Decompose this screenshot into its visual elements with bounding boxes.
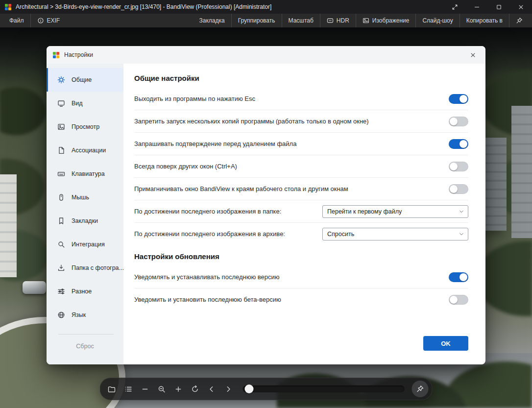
setting-label: Запрашивать подтверждение перед удаление… [134,140,296,147]
close-icon [518,4,524,10]
select-value: Спросить [327,231,354,238]
minimize-button[interactable] [466,0,488,14]
single-instance-toggle[interactable] [449,117,468,126]
toolbar-pin-button[interactable] [412,381,429,397]
setting-row-confirm-delete: Запрашивать подтверждение перед удаление… [134,133,468,155]
setting-label: По достижении последнего изображения в п… [134,208,281,215]
snap-window-toggle[interactable] [449,184,468,194]
sidebar-item-label: Просмотр [72,123,99,130]
setting-label: По достижении последнего изображения в а… [134,230,285,238]
zoom-in-button[interactable] [170,381,186,397]
zoom-out-lens-icon [157,385,166,393]
setting-label: Выходить из программы по нажатию Esc [134,95,255,102]
picture-icon [57,123,65,131]
section-heading: Настройки обновления [134,245,468,266]
list-icon [124,385,132,393]
always-on-top-toggle[interactable] [449,162,468,171]
setting-row-always-on-top: Всегда поверх других окон (Ctrl+A) [134,155,468,178]
position-slider[interactable] [243,385,405,392]
toggle-knob [459,95,467,103]
toggle-knob [450,296,458,304]
update-latest-toggle[interactable] [449,272,468,282]
update-beta-toggle[interactable] [449,295,468,305]
settings-dialog-header: Настройки [47,46,485,64]
download-icon [57,264,65,272]
menu-item-file[interactable]: Файл [3,14,30,27]
menu-item-label: Копировать в [466,17,503,24]
sidebar-item-photo-folder[interactable]: Папка с фотогра... [47,256,123,280]
sidebar-item-general[interactable]: Общие [47,68,123,92]
exit-esc-toggle[interactable] [449,94,468,104]
sidebar-item-label: Ассоциации [72,147,106,154]
menu-item-label: Группировать [238,17,275,24]
sidebar-item-language[interactable]: Язык [47,303,123,327]
pin-icon [516,17,523,24]
window-title: Architectural > 3d-Birds-eye-view-render… [16,3,271,10]
menu-item-label: EXIF [47,17,60,24]
menu-item-group[interactable]: Группировать [231,14,282,27]
menu-item-bookmark[interactable]: Закладка [193,14,231,27]
sidebar-item-integration[interactable]: Интеграция [47,233,123,256]
setting-row-last-image-archive: По достижении последнего изображения в а… [134,223,468,245]
zoom-lens-button[interactable] [154,381,169,397]
photo-building-left [0,174,17,277]
prev-image-button[interactable] [204,381,219,397]
sidebar-item-bookmarks[interactable]: Закладки [47,209,123,233]
menu-item-slideshow[interactable]: Слайд-шоу [415,14,459,27]
select-value: Перейти к первому файлу [327,208,402,215]
menu-item-hdr[interactable]: HDR [320,14,356,27]
chevron-down-icon [459,231,464,237]
menu-item-label: Закладка [199,17,225,24]
sidebar-item-label: Общие [72,76,92,83]
sidebar-item-label: Клавиатура [72,170,105,177]
menu-item-image[interactable]: Изображение [356,14,416,27]
last-image-folder-select[interactable]: Перейти к первому файлу [322,205,468,218]
settings-rows: Уведомлять и устанавливать последнюю вер… [134,266,468,311]
setting-label: Запретить запуск нескольких копий програ… [134,118,369,125]
menu-item-pin[interactable] [509,14,529,27]
ok-row: OK [134,336,468,364]
next-image-button[interactable] [220,381,236,397]
ok-button[interactable]: OK [423,336,468,351]
setting-label: Уведомлять и устанавливать последнюю вер… [134,273,280,281]
menu-item-exif[interactable]: EXIF [30,14,67,27]
last-image-archive-select[interactable]: Спросить [322,228,468,240]
reset-button[interactable]: Сброс [47,343,123,350]
keyboard-icon [57,170,65,178]
file-list-button[interactable] [121,381,136,397]
rotate-button[interactable] [187,381,203,397]
menu-item-label: Слайд-шоу [422,17,453,24]
sidebar-item-mouse[interactable]: Мышь [47,186,123,209]
sidebar-item-view[interactable]: Вид [47,92,123,115]
close-icon [470,52,476,58]
maximize-icon [496,4,502,10]
settings-dialog-title: Настройки [64,51,93,58]
sidebar-item-keyboard[interactable]: Клавиатура [47,162,123,186]
setting-row-snap-window: Примагничивать окно BandiView к краям ра… [134,178,468,200]
maximize-button[interactable] [488,0,510,14]
menu-right: ЗакладкаГруппироватьМасштабHDRИзображени… [193,14,529,27]
menu-item-scale[interactable]: Масштаб [282,14,320,27]
sidebar-item-associations[interactable]: Ассоциации [47,139,123,162]
close-button[interactable] [510,0,532,14]
setting-row-update-latest: Уведомлять и устанавливать последнюю вер… [134,266,468,288]
menu-item-copy-to[interactable]: Копировать в [459,14,509,27]
chevron-down-icon [459,209,464,215]
rotate-icon [191,385,199,393]
globe-icon [57,311,65,319]
hdr-icon [327,17,334,24]
sidebar-item-misc[interactable]: Разное [47,280,123,303]
confirm-delete-toggle[interactable] [449,139,468,149]
sidebar-item-browse[interactable]: Просмотр [47,115,123,139]
section-heading: Общие настройки [134,67,468,88]
zoom-out-button[interactable] [137,381,153,397]
sliders-icon [57,288,65,295]
image-viewport: Настройки ОбщиеВидПросмотрАссоциацииКлав… [0,27,532,408]
minimize-icon [474,4,480,10]
slider-knob[interactable] [245,384,254,393]
setting-label: Уведомить и установить последнюю бета-ве… [134,296,281,303]
browse-folder-button[interactable] [104,381,120,397]
settings-close-button[interactable] [465,47,481,63]
fullscreen-button[interactable] [444,0,466,14]
settings-content: Общие настройкиВыходить из программы по … [123,64,485,364]
